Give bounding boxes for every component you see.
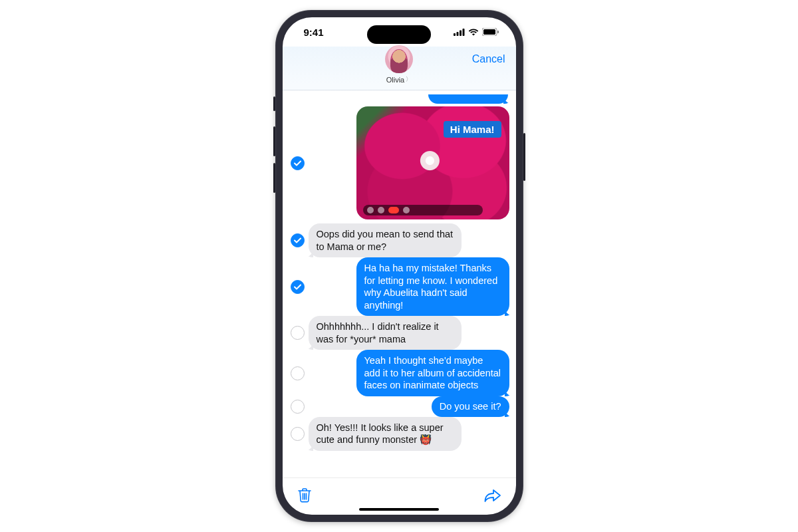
battery-icon [482,27,499,38]
svg-rect-6 [497,31,499,33]
svg-rect-0 [454,33,456,36]
contact-name-label: Olivia 〉 [386,75,412,84]
messages-list[interactable]: Hi Mama! Oops did you mean to send that … [283,90,516,477]
message-bubble[interactable]: Oh! Yes!!! It looks like a super cute an… [309,417,462,451]
wifi-icon [468,27,479,38]
dynamic-island [367,25,431,44]
image-message[interactable]: Hi Mama! [356,106,509,219]
message-bubble[interactable]: Do you see it? [432,396,509,417]
cellular-icon [454,27,465,38]
image-caption: Hi Mama! [444,121,501,138]
message-bubble [428,94,508,104]
svg-rect-2 [460,30,462,36]
message-bubble[interactable]: Oops did you mean to send that to Mama o… [309,223,462,257]
select-checkbox[interactable] [291,156,305,170]
message-bubble[interactable]: Yeah I thought she'd maybe add it to her… [356,350,509,396]
conversation-header: Olivia 〉 Cancel [283,47,516,90]
status-icons [454,27,499,38]
camera-ui-overlay [363,205,483,215]
chevron-right-icon: 〉 [406,75,412,84]
message-row: Do you see it? [288,396,509,417]
message-row: Hi Mama! [288,106,509,219]
trash-icon [297,487,312,503]
volume-up-button [273,126,275,156]
select-checkbox[interactable] [291,280,305,294]
contact-name-text: Olivia [386,76,405,84]
select-checkbox[interactable] [291,427,305,441]
svg-rect-1 [456,32,458,36]
mute-switch [273,96,275,111]
select-checkbox[interactable] [291,366,305,380]
delete-button[interactable] [297,487,312,506]
message-row: Ha ha ha my mistake! Thanks for letting … [288,257,509,316]
message-row: Oops did you mean to send that to Mama o… [288,223,509,257]
home-indicator[interactable] [359,508,439,511]
select-checkbox[interactable] [291,233,305,247]
message-row: Yeah I thought she'd maybe add it to her… [288,350,509,396]
status-time: 9:41 [304,27,324,38]
message-row: Oh! Yes!!! It looks like a super cute an… [288,417,509,451]
message-bubble[interactable]: Ohhhhhhh... I didn't realize it was for … [309,316,462,350]
forward-button[interactable] [484,488,501,505]
cancel-button[interactable]: Cancel [472,53,505,65]
contact-info[interactable]: Olivia 〉 [385,45,413,84]
select-checkbox[interactable] [291,326,305,340]
message-bubble[interactable]: Ha ha ha my mistake! Thanks for letting … [356,257,509,316]
iphone-frame: 9:41 Olivia 〉 Ca [275,10,523,522]
svg-rect-5 [483,29,495,35]
partial-prev-message [288,94,508,104]
power-button [523,133,525,181]
share-arrow-icon [484,488,501,503]
volume-down-button [273,163,275,193]
svg-rect-3 [462,29,464,36]
contact-avatar [385,45,413,73]
message-row: Ohhhhhhh... I didn't realize it was for … [288,316,509,350]
select-checkbox[interactable] [291,400,305,414]
screen: 9:41 Olivia 〉 Ca [283,17,516,515]
